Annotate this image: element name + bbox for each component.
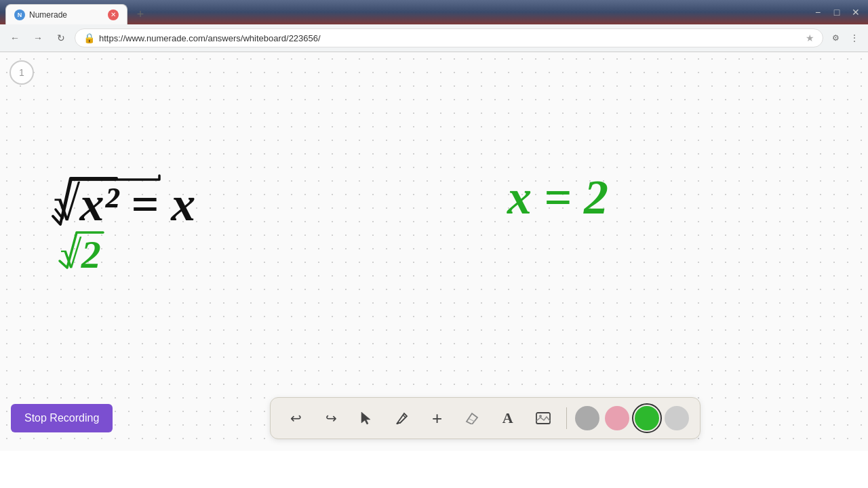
whiteboard[interactable]: 1 √x² = x √2 x = 2 [0,52,868,451]
extensions-button[interactable]: ⚙ [827,30,844,46]
browser-tab[interactable]: N Numerade ✕ [5,4,127,24]
new-tab-button[interactable]: + [130,4,151,24]
toolbar-divider [566,407,567,429]
close-button[interactable]: ✕ [849,5,863,19]
cursor-icon [360,411,374,426]
svg-text:x = 2: x = 2 [507,170,608,224]
tab-title: Numerade [29,10,67,20]
svg-text:√x² = x: √x² = x [53,177,195,231]
color-gray-button[interactable] [575,406,599,430]
svg-marker-4 [361,412,370,424]
back-button[interactable]: ← [5,28,24,47]
select-tool-button[interactable] [352,403,382,433]
refresh-button[interactable]: ↻ [52,28,71,47]
redo-button[interactable]: ↪ [317,403,347,433]
address-bar-row: ← → ↻ 🔒 https://www.numerade.com/answers… [0,24,868,52]
svg-line-6 [469,419,475,422]
pen-icon [395,411,410,426]
image-icon [536,412,551,424]
svg-text:√2: √2 [60,232,101,277]
drawing-toolbar: ↩ ↪ + [270,397,701,439]
eraser-icon [465,412,480,424]
add-button[interactable]: + [422,403,452,433]
browser-actions: ⚙ ⋮ [827,30,863,46]
undo-button[interactable]: ↩ [281,403,311,433]
forward-button[interactable]: → [28,28,47,47]
menu-button[interactable]: ⋮ [846,30,863,46]
title-bar: N Numerade ✕ + − □ ✕ [0,0,868,24]
tab-favicon: N [14,9,25,20]
bottom-bar: Stop Recording ↩ ↪ [0,386,868,451]
minimize-button[interactable]: − [811,5,825,19]
color-pink-button[interactable] [605,406,629,430]
pen-tool-button[interactable] [387,403,417,433]
color-lightgray-button[interactable] [665,406,689,430]
url-text: https://www.numerade.com/answers/whitebo… [99,33,802,43]
tab-close-button[interactable]: ✕ [108,9,119,20]
text-tool-button[interactable]: A [493,403,523,433]
color-green-button[interactable] [635,406,659,430]
eraser-button[interactable] [458,403,488,433]
stop-recording-button[interactable]: Stop Recording [11,404,113,432]
maximize-button[interactable]: □ [830,5,844,19]
image-button[interactable] [528,403,558,433]
address-bar[interactable]: 🔒 https://www.numerade.com/answers/white… [75,28,823,47]
window-controls: − □ ✕ [811,5,863,19]
